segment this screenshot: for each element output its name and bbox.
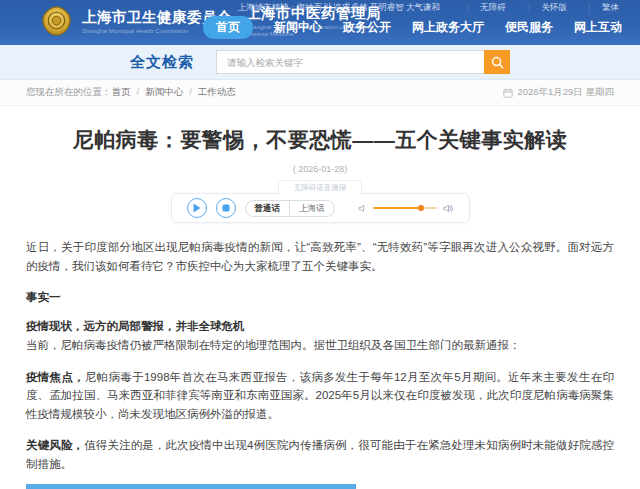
nav-item-gov-disclosure[interactable]: 政务公开 xyxy=(343,19,391,36)
play-icon xyxy=(192,203,201,213)
nav-item-interaction[interactable]: 网上互动 xyxy=(574,19,622,36)
page-date: 2026年1月29日 星期四 xyxy=(503,86,614,99)
breadcrumb-bar: 您现在所在的位置： 首页 新闻中心 工作动态 2026年1月29日 星期四 xyxy=(0,80,640,106)
epidemic-focus-lead: 疫情焦点， xyxy=(26,371,85,383)
epidemic-focus-body: 尼帕病毒于1998年首次在马来西亚报告，该病多发生于每年12月至次年5月期间。近… xyxy=(26,371,614,420)
calendar-icon xyxy=(503,88,513,98)
breadcrumb: 您现在所在的位置： 首页 新闻中心 工作动态 xyxy=(26,86,236,99)
stop-icon xyxy=(222,204,230,212)
accessibility-link[interactable]: 无障碍 xyxy=(454,2,515,14)
search-icon xyxy=(491,56,504,69)
nav-item-news[interactable]: 新闻中心 xyxy=(274,19,322,36)
site-header: 上海城市精神：海纳百川 追求卓越 开明睿智 大气谦和 无障碍 关怀版 繁体 上海… xyxy=(0,0,640,45)
audio-player: 无障碍语音播报 普通话 上海话 xyxy=(26,180,614,223)
volume-min-icon xyxy=(358,204,367,213)
breadcrumb-work-dynamics[interactable]: 工作动态 xyxy=(183,86,236,99)
intro-paragraph: 近日，关于印度部分地区出现尼帕病毒疫情的新闻，让“高致死率”、“无特效药”等字眼… xyxy=(26,238,614,275)
search-label: 全文检索 xyxy=(130,53,194,72)
col-header-country: 国家 / 地区 xyxy=(102,484,189,489)
key-risk-body: 值得关注的是，此次疫情中出现4例医院内传播病例，很可能由于在紧急处理未知病例时未… xyxy=(26,439,614,470)
volume-slider-knob[interactable] xyxy=(418,205,424,211)
stop-button[interactable] xyxy=(216,198,236,218)
nav-item-public-service[interactable]: 便民服务 xyxy=(505,19,553,36)
breadcrumb-home[interactable]: 首页 xyxy=(112,86,131,99)
current-date-text: 2026年1月29日 星期四 xyxy=(517,86,614,99)
search-button[interactable] xyxy=(484,50,510,74)
epidemic-focus-paragraph: 疫情焦点，尼帕病毒于1998年首次在马来西亚报告，该病多发生于每年12月至次年5… xyxy=(26,368,614,424)
volume-max-icon xyxy=(443,203,454,214)
gov-logo-icon xyxy=(40,5,73,38)
search-strip: 全文检索 xyxy=(0,45,640,80)
search-input[interactable] xyxy=(216,50,484,74)
article-date: ( 2026-01-28) xyxy=(26,164,614,174)
fact-one-intro: 当前，尼帕病毒疫情仍被严格限制在特定的地理范围内。据世卫组织及各国卫生部门的最新… xyxy=(26,336,614,355)
main-nav: 首页 新闻中心 政务公开 网上政务大厅 便民服务 网上互动 xyxy=(203,16,622,39)
fact-one-label: 事实一 xyxy=(26,290,614,305)
language-toggle: 普通话 上海话 xyxy=(245,200,335,217)
nav-item-online-hall[interactable]: 网上政务大厅 xyxy=(412,19,484,36)
col-header-transmission-chain: 核心传播链 xyxy=(245,484,356,489)
article: 尼帕病毒：要警惕，不要恐慌——五个关键事实解读 ( 2026-01-28) 无障… xyxy=(0,126,640,489)
play-button[interactable] xyxy=(187,198,207,218)
toggle-mandarin[interactable]: 普通话 xyxy=(246,201,290,216)
col-header-year: 年份 xyxy=(26,484,102,489)
breadcrumb-news-center[interactable]: 新闻中心 xyxy=(131,86,184,99)
toggle-shanghainese[interactable]: 上海话 xyxy=(289,201,334,216)
fact-one-headline: 疫情现状，远方的局部警报，并非全球危机 xyxy=(26,319,614,334)
breadcrumb-prefix: 您现在所在的位置： xyxy=(26,86,112,99)
traditional-chinese-link[interactable]: 繁体 xyxy=(576,2,628,14)
care-version-link[interactable]: 关怀版 xyxy=(515,2,576,14)
key-risk-paragraph: 关键风险，值得关注的是，此次疫情中出现4例医院内传播病例，很可能由于在紧急处理未… xyxy=(26,436,614,473)
table-header-row: 年份 国家 / 地区 确诊数 核心传播链 xyxy=(26,484,356,489)
volume-slider[interactable] xyxy=(373,207,437,210)
col-header-confirmed: 确诊数 xyxy=(189,484,245,489)
article-title: 尼帕病毒：要警惕，不要恐慌——五个关键事实解读 xyxy=(26,126,614,154)
outbreak-history-table: 年份 国家 / 地区 确诊数 核心传播链 1998-1999 马来西亚 283 … xyxy=(26,484,356,489)
nav-item-home[interactable]: 首页 xyxy=(203,16,253,39)
volume-control xyxy=(358,203,454,214)
audio-player-bar: 普通话 上海话 xyxy=(171,193,470,223)
key-risk-lead: 关键风险， xyxy=(26,439,84,451)
audio-player-tab-label: 无障碍语音播报 xyxy=(278,180,363,194)
